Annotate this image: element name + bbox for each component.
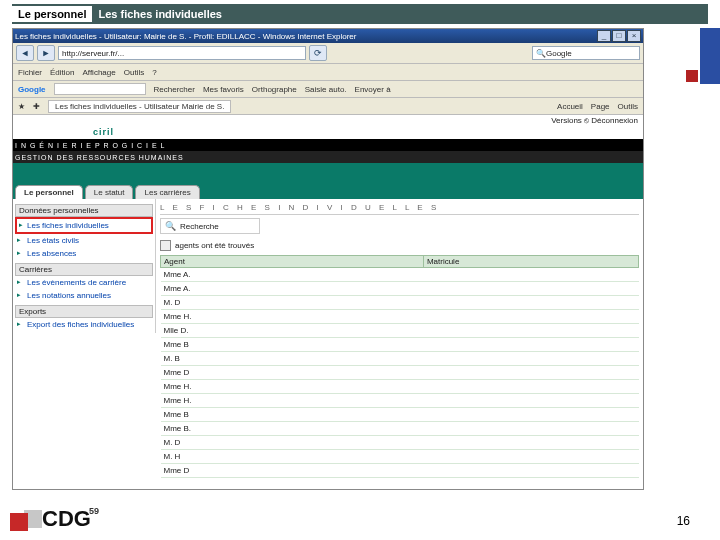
favorites-star-icon[interactable]: ★ [18, 102, 25, 111]
browser-search-field[interactable]: 🔍 Google [532, 46, 640, 60]
brand-logo: ciril [93, 127, 114, 137]
minimize-button[interactable]: _ [597, 30, 611, 42]
table-cell: Mme B. [161, 422, 424, 436]
close-button[interactable]: × [627, 30, 641, 42]
toolbar-page[interactable]: Page [591, 102, 610, 111]
browser-window: Les fiches individuelles - Utilisateur: … [12, 28, 644, 490]
window-title: Les fiches individuelles - Utilisateur: … [15, 32, 356, 41]
brand-row: ciril [13, 125, 643, 139]
table-row[interactable]: Mlle D. [161, 324, 639, 338]
google-spell[interactable]: Orthographe [252, 85, 297, 94]
sidebar-header-carrieres: Carrières [15, 263, 153, 276]
table-row[interactable]: Mme A. [161, 268, 639, 282]
refresh-button[interactable]: ⟳ [309, 45, 327, 61]
google-search-btn[interactable]: Rechercher [154, 85, 195, 94]
table-cell [423, 436, 638, 450]
current-tab[interactable]: Les fiches individuelles - Utilisateur M… [48, 100, 231, 113]
title-white: Le personnel [12, 6, 92, 22]
maximize-button[interactable]: □ [612, 30, 626, 42]
google-send[interactable]: Envoyer à [355, 85, 391, 94]
sidebar: Données personnelles Les fiches individu… [13, 199, 156, 333]
sidebar-item-fiches[interactable]: Les fiches individuelles [15, 217, 153, 234]
table-cell: Mme H. [161, 310, 424, 324]
search-label: Recherche [180, 222, 219, 231]
table-row[interactable]: Mme A. [161, 282, 639, 296]
table-row[interactable]: Mme H. [161, 310, 639, 324]
google-search-field[interactable] [54, 83, 146, 95]
agents-table: Agent Matricule Mme A.Mme A.M. DMme H.Ml… [160, 255, 639, 478]
menu-view[interactable]: Affichage [82, 68, 115, 77]
add-favorite-icon[interactable]: ✚ [33, 102, 40, 111]
sidebar-item-export[interactable]: Export des fiches individuelles [15, 318, 153, 331]
tab-personnel[interactable]: Le personnel [15, 185, 83, 199]
table-cell [423, 380, 638, 394]
table-cell: Mme H. [161, 380, 424, 394]
col-matricule[interactable]: Matricule [423, 256, 638, 268]
brand-tagline-2: GESTION DES RESSOURCES HUMAINES [13, 151, 643, 163]
search-box[interactable]: 🔍Recherche [160, 218, 260, 234]
table-cell: M. H [161, 450, 424, 464]
menu-edit[interactable]: Édition [50, 68, 74, 77]
table-cell [423, 296, 638, 310]
results-count: agents ont été trouvés [160, 240, 639, 251]
table-cell [423, 422, 638, 436]
sidebar-item-evenements[interactable]: Les évènements de carrière [15, 276, 153, 289]
toolbar-home[interactable]: Accueil [557, 102, 583, 111]
table-cell: Mme D [161, 464, 424, 478]
table-row[interactable]: Mme H. [161, 380, 639, 394]
tab-statut[interactable]: Le statut [85, 185, 134, 199]
menu-help[interactable]: ? [152, 68, 156, 77]
table-row[interactable]: Mme D [161, 366, 639, 380]
brand-tagline-1: I N G É N I E R I E P R O G I C I E L [13, 139, 643, 151]
back-button[interactable]: ◄ [16, 45, 34, 61]
menu-file[interactable]: Fichier [18, 68, 42, 77]
col-agent[interactable]: Agent [161, 256, 424, 268]
sidebar-item-etats[interactable]: Les états civils [15, 234, 153, 247]
window-controls[interactable]: _□× [596, 30, 641, 42]
window-titlebar: Les fiches individuelles - Utilisateur: … [13, 29, 643, 43]
table-cell: M. B [161, 352, 424, 366]
table-row[interactable]: Mme B [161, 408, 639, 422]
table-cell: Mme B [161, 408, 424, 422]
sidebar-item-notations[interactable]: Les notations annuelles [15, 289, 153, 302]
browser-search-placeholder: Google [546, 49, 572, 58]
nav-band: Le personnel Le statut Les carrières [13, 163, 643, 199]
url-field[interactable]: http://serveur.fr/... [58, 46, 306, 60]
favorites-bar: ★ ✚ Les fiches individuelles - Utilisate… [13, 98, 643, 115]
table-cell [423, 268, 638, 282]
tab-carrieres[interactable]: Les carrières [135, 185, 199, 199]
google-autofill[interactable]: Saisie auto. [305, 85, 347, 94]
table-row[interactable]: M. B [161, 352, 639, 366]
main-tabs: Le personnel Le statut Les carrières [15, 185, 200, 199]
sidebar-item-absences[interactable]: Les absences [15, 247, 153, 260]
app-page: ciril I N G É N I E R I E P R O G I C I … [13, 125, 643, 489]
table-row[interactable]: Mme B [161, 338, 639, 352]
table-row[interactable]: Mme D [161, 464, 639, 478]
table-cell: M. D [161, 296, 424, 310]
address-bar-row: ◄ ► http://serveur.fr/... ⟳ 🔍 Google [13, 43, 643, 64]
toolbar-tools[interactable]: Outils [618, 102, 638, 111]
table-row[interactable]: Mme B. [161, 422, 639, 436]
slide-title-bar: Le personnel Les fiches individuelles [12, 4, 708, 24]
search-icon: 🔍 [165, 221, 176, 231]
main-panel: L E S F I C H E S I N D I V I D U E L L … [156, 199, 643, 480]
search-icon: 🔍 [536, 49, 546, 58]
table-row[interactable]: Mme H. [161, 394, 639, 408]
results-count-box [160, 240, 171, 251]
google-favs[interactable]: Mes favoris [203, 85, 244, 94]
ie-menubar: Fichier Édition Affichage Outils ? [13, 64, 643, 81]
versions-link[interactable]: Versions ⎋ Déconnexion [551, 116, 638, 125]
logo-superscript: 59 [89, 506, 99, 516]
table-row[interactable]: M. D [161, 296, 639, 310]
table-cell: Mme A. [161, 268, 424, 282]
table-cell: M. D [161, 436, 424, 450]
logo-text: CDG [42, 506, 91, 532]
table-row[interactable]: M. H [161, 450, 639, 464]
content-area: Données personnelles Les fiches individu… [13, 199, 643, 480]
table-cell [423, 324, 638, 338]
table-row[interactable]: M. D [161, 436, 639, 450]
forward-button[interactable]: ► [37, 45, 55, 61]
menu-tools[interactable]: Outils [124, 68, 144, 77]
results-count-text: agents ont été trouvés [175, 241, 254, 250]
table-cell [423, 338, 638, 352]
